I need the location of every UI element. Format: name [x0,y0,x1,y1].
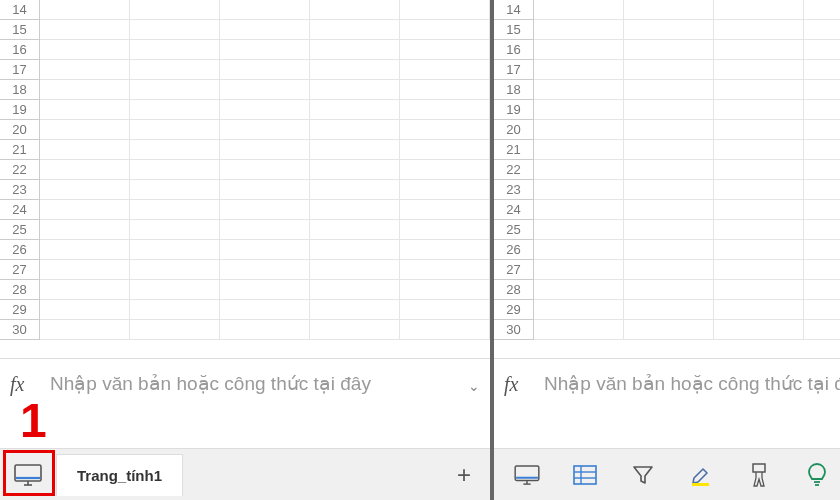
cell[interactable] [624,140,714,160]
cell[interactable] [310,160,400,180]
cell[interactable] [220,320,310,340]
cell[interactable] [40,220,130,240]
cell[interactable] [220,100,310,120]
cell[interactable] [534,320,624,340]
row-header[interactable]: 19 [494,100,534,120]
cell[interactable] [714,40,804,60]
cell[interactable] [220,260,310,280]
cell[interactable] [400,300,490,320]
cell[interactable] [804,280,840,300]
cell[interactable] [400,60,490,80]
cell[interactable] [534,20,624,40]
cell[interactable] [40,240,130,260]
cell[interactable] [220,240,310,260]
cell[interactable] [220,80,310,100]
cell[interactable] [400,220,490,240]
cell[interactable] [624,200,714,220]
row-header[interactable]: 30 [494,320,534,340]
row-header[interactable]: 16 [0,40,40,60]
filter-button[interactable] [616,453,670,497]
cell[interactable] [310,200,400,220]
cell[interactable] [40,320,130,340]
cell[interactable] [40,140,130,160]
formula-bar[interactable]: fx Nhập văn bản hoặc công thức tại đây ⌄ [0,358,490,448]
cell[interactable] [804,320,840,340]
cell[interactable] [714,320,804,340]
cell[interactable] [804,0,840,20]
row-header[interactable]: 28 [494,280,534,300]
cell[interactable] [130,80,220,100]
cell[interactable] [310,320,400,340]
cell[interactable] [714,180,804,200]
cell[interactable] [624,60,714,80]
row-header[interactable]: 21 [494,140,534,160]
cell[interactable] [220,160,310,180]
cell[interactable] [310,80,400,100]
cell[interactable] [534,80,624,100]
cell[interactable] [804,160,840,180]
cell[interactable] [220,220,310,240]
cell[interactable] [40,260,130,280]
cell[interactable] [40,120,130,140]
cell[interactable] [220,180,310,200]
cell[interactable] [534,220,624,240]
cell[interactable] [804,240,840,260]
cell[interactable] [804,20,840,40]
row-header[interactable]: 25 [494,220,534,240]
cell[interactable] [714,140,804,160]
cell[interactable] [40,300,130,320]
cell[interactable] [130,240,220,260]
row-header[interactable]: 23 [494,180,534,200]
row-header[interactable]: 29 [0,300,40,320]
cell[interactable] [310,260,400,280]
ideas-button[interactable] [790,453,840,497]
cell[interactable] [40,200,130,220]
row-header[interactable]: 20 [494,120,534,140]
row-header[interactable]: 29 [494,300,534,320]
cell[interactable] [220,0,310,20]
cell[interactable] [40,100,130,120]
cell[interactable] [804,60,840,80]
cell[interactable] [804,100,840,120]
cell[interactable] [310,180,400,200]
cell[interactable] [400,260,490,280]
cell[interactable] [400,140,490,160]
cell[interactable] [310,40,400,60]
cell[interactable] [220,200,310,220]
row-header[interactable]: 15 [0,20,40,40]
cell[interactable] [130,40,220,60]
cell[interactable] [130,0,220,20]
cell[interactable] [534,280,624,300]
cell[interactable] [534,120,624,140]
cell[interactable] [400,20,490,40]
cell[interactable] [804,220,840,240]
cell[interactable] [804,260,840,280]
cell[interactable] [624,180,714,200]
cell[interactable] [714,160,804,180]
add-sheet-button[interactable]: + [444,455,484,495]
row-header[interactable]: 14 [0,0,40,20]
cell[interactable] [534,180,624,200]
cell[interactable] [40,0,130,20]
cell[interactable] [40,20,130,40]
highlighter-button[interactable] [674,453,728,497]
cell[interactable] [804,40,840,60]
cell[interactable] [220,60,310,80]
cell[interactable] [130,180,220,200]
format-painter-button[interactable] [732,453,786,497]
cell[interactable] [624,20,714,40]
row-header[interactable]: 28 [0,280,40,300]
cell[interactable] [220,140,310,160]
row-header[interactable]: 18 [0,80,40,100]
cell[interactable] [40,280,130,300]
chevron-down-icon[interactable]: ⌄ [468,375,480,397]
cell[interactable] [624,280,714,300]
cell[interactable] [40,80,130,100]
cell[interactable] [624,160,714,180]
formula-input[interactable]: Nhập văn bản hoặc công thức tại đây ⌄ [544,369,840,399]
formula-input[interactable]: Nhập văn bản hoặc công thức tại đây ⌄ [50,369,482,399]
cell[interactable] [130,280,220,300]
spreadsheet-grid[interactable]: 1415161718192021222324252627282930 [494,0,840,358]
row-header[interactable]: 27 [494,260,534,280]
row-header[interactable]: 18 [494,80,534,100]
